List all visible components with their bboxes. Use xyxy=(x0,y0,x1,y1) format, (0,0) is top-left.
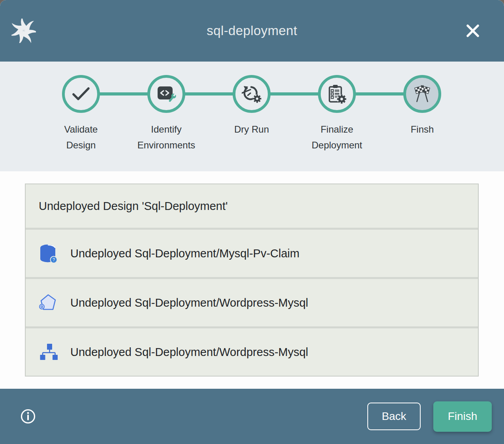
step-finalize-deployment: Finalize Deployment xyxy=(294,75,380,153)
result-row-text: Undeployed Sql-Deployment/Wordpress-Mysq… xyxy=(70,296,308,309)
clipboard-gear-icon xyxy=(318,75,356,113)
dialog-title: sql-deployment xyxy=(207,23,297,38)
close-icon[interactable] xyxy=(464,22,482,40)
deployment-wizard-dialog: sql-deployment Validate Design xyxy=(0,0,504,444)
result-row-text: Undeployed Sql-Deployment/Mysql-Pv-Claim xyxy=(70,247,299,260)
deployment-result-list: Undeployed Design 'Sql-Deployment' ? Und… xyxy=(25,184,479,377)
footer-bar: Back Finish xyxy=(0,389,504,444)
step-validate-design: Validate Design xyxy=(38,75,124,153)
result-header-text: Undeployed Design 'Sql-Deployment' xyxy=(39,200,228,213)
check-icon xyxy=(62,75,100,113)
meshery-logo-icon xyxy=(11,19,36,43)
database-question-icon: ? xyxy=(39,244,58,263)
pentagon-badge-icon xyxy=(39,293,58,313)
content-area: Undeployed Design 'Sql-Deployment' ? Und… xyxy=(0,171,504,389)
svg-text:?: ? xyxy=(52,257,55,262)
step-identify-environments: Identify Environments xyxy=(124,75,209,153)
result-row: Undeployed Sql-Deployment/Wordpress-Mysq… xyxy=(26,279,478,326)
step-label: Finalize Deployment xyxy=(312,122,362,153)
result-header-row: Undeployed Design 'Sql-Deployment' xyxy=(26,184,478,228)
back-button[interactable]: Back xyxy=(367,403,421,430)
finish-button[interactable]: Finish xyxy=(433,401,492,432)
hierarchy-tree-icon xyxy=(39,343,58,362)
step-label: Finsh xyxy=(411,122,434,137)
step-label: Validate Design xyxy=(64,122,98,153)
result-row-text: Undeployed Sql-Deployment/Wordpress-Mysq… xyxy=(70,346,308,359)
step-label: Identify Environments xyxy=(137,122,196,153)
checkered-flags-icon xyxy=(403,75,441,113)
stepper: Validate Design xyxy=(0,62,504,171)
history-gear-icon xyxy=(233,75,271,113)
info-circle-icon[interactable] xyxy=(20,408,36,425)
step-label: Dry Run xyxy=(234,122,269,137)
step-dry-run: Dry Run xyxy=(209,75,294,153)
result-row: Undeployed Sql-Deployment/Wordpress-Mysq… xyxy=(26,328,478,376)
title-bar: sql-deployment xyxy=(0,0,504,62)
code-window-wrench-icon xyxy=(147,75,185,113)
result-row: ? Undeployed Sql-Deployment/Mysql-Pv-Cla… xyxy=(26,230,478,277)
step-finish: Finsh xyxy=(380,75,465,153)
